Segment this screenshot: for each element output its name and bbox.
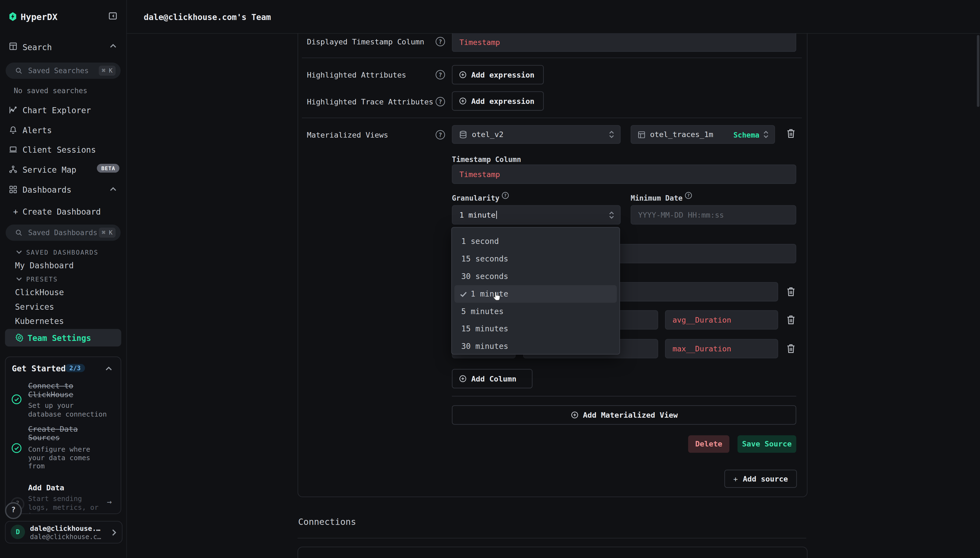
materialized-views-label: Materialized Views bbox=[307, 131, 388, 140]
add-source-button[interactable]: + Add source bbox=[725, 470, 797, 488]
user-email: dale@clickhouse.c… bbox=[30, 533, 101, 540]
dropdown-option[interactable]: 1 second bbox=[452, 233, 620, 250]
get-started-item-subtitle: Start sending logs, metrics, or traces bbox=[28, 495, 102, 514]
sidebar-item-services[interactable]: Services bbox=[15, 302, 54, 311]
dropdown-option[interactable]: 15 minutes bbox=[452, 320, 620, 338]
client-sessions-icon bbox=[9, 145, 18, 154]
check-circle-icon bbox=[11, 443, 22, 454]
add-expression-button[interactable]: Add expression bbox=[452, 91, 544, 111]
get-started-item-title[interactable]: Create Data Sources bbox=[28, 425, 111, 442]
add-materialized-view-button[interactable]: Add Materialized View bbox=[452, 405, 796, 425]
dropdown-option[interactable]: 30 minutes bbox=[452, 338, 620, 355]
progress-badge: 2/3 bbox=[65, 364, 85, 372]
sidebar-item-dashboards[interactable]: Dashboards bbox=[23, 185, 72, 194]
materialized-view-select[interactable]: otel_v2 bbox=[452, 125, 621, 144]
delete-materialized-view-icon[interactable] bbox=[786, 128, 796, 139]
dropdown-option-label: 1 minute bbox=[471, 285, 508, 303]
add-source-label: Add source bbox=[743, 474, 788, 483]
chevron-down-icon[interactable] bbox=[16, 250, 22, 254]
saved-dashboards-input[interactable]: Saved Dashboards ⌘ K bbox=[6, 225, 121, 241]
help-icon[interactable]: ? bbox=[435, 97, 445, 106]
presets-header: PRESETS bbox=[26, 276, 58, 282]
connections-card bbox=[298, 547, 807, 558]
chevron-up-icon[interactable] bbox=[110, 44, 116, 48]
delete-column-icon[interactable] bbox=[786, 343, 796, 354]
select-chevrons-icon bbox=[609, 210, 615, 219]
table-select[interactable]: otel_traces_1m Schema bbox=[630, 125, 775, 144]
info-icon[interactable]: ? bbox=[502, 192, 509, 199]
create-dashboard-button[interactable]: Create Dashboard bbox=[23, 207, 101, 216]
get-started-card: Get Started 2/3 Connect to ClickHouse Se… bbox=[5, 356, 121, 514]
add-expression-button[interactable]: Add expression bbox=[452, 65, 544, 84]
add-materialized-view-label: Add Materialized View bbox=[583, 410, 677, 419]
team-settings-label: Team Settings bbox=[28, 333, 91, 343]
displayed-timestamp-column-input[interactable]: Timestamp bbox=[452, 33, 796, 52]
table-select-value: otel_traces_1m bbox=[650, 130, 713, 139]
get-started-item-title[interactable]: Connect to ClickHouse bbox=[28, 382, 111, 399]
column-alias-input[interactable]: avg__Duration bbox=[665, 310, 778, 330]
collapse-sidebar-icon[interactable] bbox=[108, 11, 118, 21]
sidebar: HyperDX Search Saved Searches ⌘ K No sav… bbox=[0, 0, 127, 558]
displayed-timestamp-value: Timestamp bbox=[459, 38, 500, 47]
plus-circle-icon bbox=[459, 375, 467, 383]
timestamp-column-label: Timestamp Column bbox=[452, 155, 521, 164]
alerts-bell-icon bbox=[9, 126, 18, 135]
sidebar-item-search[interactable]: Search bbox=[23, 43, 52, 52]
minimum-date-input[interactable]: YYYY-MM-DD HH:mm:ss bbox=[630, 205, 796, 225]
sidebar-item-alerts[interactable]: Alerts bbox=[23, 126, 52, 135]
help-icon[interactable]: ? bbox=[435, 37, 445, 46]
delete-column-icon[interactable] bbox=[786, 315, 796, 325]
delete-column-icon[interactable] bbox=[786, 286, 796, 297]
app-title: HyperDX bbox=[21, 12, 57, 22]
mouse-cursor-icon bbox=[491, 290, 502, 302]
info-icon[interactable]: ? bbox=[685, 192, 692, 199]
saved-searches-input[interactable]: Saved Searches ⌘ K bbox=[6, 62, 121, 79]
divider bbox=[452, 396, 796, 396]
highlighted-trace-attributes-label: Highlighted Trace Attributes bbox=[307, 98, 433, 106]
dropdown-option[interactable]: 30 seconds bbox=[452, 268, 620, 285]
displayed-timestamp-column-label: Displayed Timestamp Column bbox=[307, 38, 424, 46]
user-name: dale@clickhouse.… bbox=[30, 525, 100, 533]
schema-link[interactable]: Schema bbox=[733, 131, 759, 140]
scrollbar[interactable] bbox=[977, 35, 980, 107]
hyperdx-logo-icon bbox=[9, 11, 17, 22]
help-icon[interactable]: ? bbox=[435, 130, 445, 140]
sidebar-item-clickhouse[interactable]: ClickHouse bbox=[15, 288, 64, 297]
minimum-date-label: Minimum Date bbox=[630, 194, 682, 202]
sidebar-item-team-settings[interactable]: Team Settings bbox=[5, 329, 121, 346]
sidebar-item-kubernetes[interactable]: Kubernetes bbox=[15, 317, 64, 326]
chevron-down-icon[interactable] bbox=[16, 277, 22, 281]
get-started-item-title[interactable]: Add Data bbox=[28, 484, 111, 492]
highlighted-attributes-label: Highlighted Attributes bbox=[307, 71, 406, 79]
dropdown-option-selected[interactable]: 1 minute bbox=[455, 285, 617, 303]
add-column-button[interactable]: Add Column bbox=[452, 369, 532, 388]
saved-searches-placeholder: Saved Searches bbox=[28, 66, 89, 75]
delete-button[interactable]: Delete bbox=[688, 435, 730, 453]
sidebar-item-service-map[interactable]: Service Map bbox=[23, 165, 76, 174]
column-alias-input[interactable]: max__Duration bbox=[665, 339, 778, 358]
user-profile-card[interactable]: D dale@clickhouse.… dale@clickhouse.c… bbox=[5, 521, 123, 543]
divider bbox=[298, 538, 806, 538]
chevron-up-icon[interactable] bbox=[106, 366, 112, 371]
sidebar-item-client-sessions[interactable]: Client Sessions bbox=[23, 145, 96, 154]
minimum-date-placeholder: YYYY-MM-DD HH:mm:ss bbox=[638, 210, 724, 219]
connections-title: Connections bbox=[298, 517, 356, 527]
granularity-select[interactable]: 1 minute bbox=[452, 205, 621, 225]
sidebar-item-chart-explorer[interactable]: Chart Explorer bbox=[23, 106, 91, 115]
chevron-up-icon[interactable] bbox=[110, 187, 116, 191]
dropdown-option[interactable]: 5 minutes bbox=[452, 303, 620, 320]
select-chevrons-icon bbox=[763, 130, 769, 139]
help-button[interactable]: ? bbox=[5, 502, 22, 519]
column-alias-value: max__Duration bbox=[672, 344, 731, 353]
timestamp-column-input[interactable]: Timestamp bbox=[452, 164, 796, 184]
dropdown-option[interactable]: 15 seconds bbox=[452, 250, 620, 268]
avatar: D bbox=[11, 525, 25, 539]
check-circle-icon bbox=[11, 394, 22, 405]
table-icon bbox=[638, 131, 646, 139]
saved-dashboards-placeholder: Saved Dashboards bbox=[28, 228, 98, 237]
sidebar-item-my-dashboard[interactable]: My Dashboard bbox=[15, 261, 74, 270]
chevron-right-icon bbox=[112, 529, 116, 536]
gear-icon bbox=[15, 333, 24, 342]
help-icon[interactable]: ? bbox=[435, 70, 445, 79]
save-source-button[interactable]: Save Source bbox=[738, 435, 796, 453]
